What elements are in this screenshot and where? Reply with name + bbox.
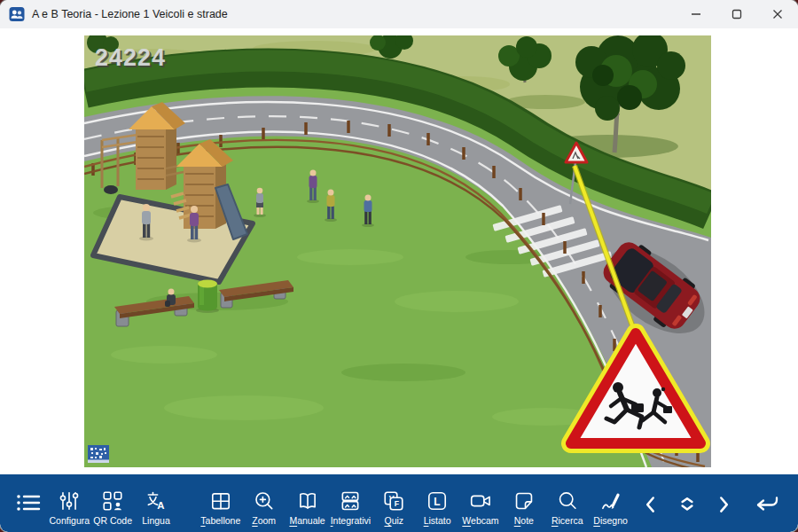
video-camera-icon xyxy=(469,489,492,512)
svg-text:L: L xyxy=(434,496,440,508)
toolbar-label: Webcam xyxy=(462,515,498,526)
svg-text:A: A xyxy=(157,500,164,511)
sliders-icon xyxy=(58,489,81,512)
return-arrow-icon xyxy=(749,491,781,516)
true-false-icon: V F xyxy=(382,489,405,512)
search-icon xyxy=(556,489,579,512)
toolbar-button-quiz[interactable]: V F Quiz xyxy=(372,474,416,532)
toolbar-label: Disegno xyxy=(593,515,628,526)
toolbar-button-configura[interactable]: Configura xyxy=(48,474,91,532)
toolbar-button-listato[interactable]: L Listato xyxy=(416,474,459,532)
photo-number: 24224 24224 xyxy=(95,44,168,73)
titlebar: A e B Teoria - Lezione 1 Veicoli e strad… xyxy=(0,0,798,28)
toolbar-label: Lingua xyxy=(142,515,170,526)
square-l-icon: L xyxy=(426,489,449,512)
toolbar-button-manuale[interactable]: Manuale xyxy=(286,474,329,532)
content-area: 24224 24224 xyxy=(0,28,798,474)
toolbar-button-qr-code[interactable]: QR Code xyxy=(91,474,135,532)
toolbar-button-disegno[interactable]: Disegno xyxy=(589,474,632,532)
toolbar-button-integrativi[interactable]: Integrativi xyxy=(329,474,372,532)
bullet-list-icon xyxy=(15,491,42,514)
svg-text:F: F xyxy=(395,499,399,508)
slide-navigation xyxy=(632,474,789,532)
pen-signature-icon xyxy=(599,489,622,512)
app-window: A e B Teoria - Lezione 1 Veicoli e strad… xyxy=(0,0,798,532)
open-book-icon xyxy=(296,489,319,512)
maximize-button[interactable] xyxy=(716,0,757,28)
return-button[interactable] xyxy=(741,474,789,532)
menu-button[interactable] xyxy=(9,474,48,532)
watermark-logo xyxy=(88,445,109,463)
toolbar-label: Manuale xyxy=(289,515,325,526)
close-icon xyxy=(772,9,783,20)
toolbar-label: Integrativi xyxy=(331,515,372,526)
chevron-left-icon xyxy=(639,492,662,515)
toolbar-button-note[interactable]: Note xyxy=(502,474,545,532)
maximize-icon xyxy=(732,9,742,20)
toolbar-label: Note xyxy=(514,515,534,526)
trash-bin xyxy=(196,280,219,314)
close-button[interactable] xyxy=(757,0,798,28)
note-icon xyxy=(512,489,536,512)
chevron-right-icon xyxy=(712,492,735,515)
window-title: A e B Teoria - Lezione 1 Veicoli e strad… xyxy=(32,8,228,20)
toolbar-label: Ricerca xyxy=(552,515,583,526)
up-down-button[interactable] xyxy=(669,474,705,532)
stacked-images-icon xyxy=(339,489,362,512)
zoom-in-icon xyxy=(253,489,276,512)
lesson-image[interactable]: 24224 24224 xyxy=(84,35,711,467)
toolbar-button-tabellone[interactable]: Tabellone xyxy=(199,474,242,532)
svg-text:24224: 24224 xyxy=(95,44,166,71)
app-people-icon xyxy=(9,6,25,22)
minimize-button[interactable] xyxy=(676,0,716,28)
toolbar-spacer xyxy=(177,474,199,532)
toolbar-button-webcam[interactable]: Webcam xyxy=(459,474,503,532)
toolbar-label: Configura xyxy=(50,515,90,526)
translate-icon: A xyxy=(145,489,168,512)
next-button[interactable] xyxy=(705,474,741,532)
toolbar-label: QR Code xyxy=(93,515,132,526)
toolbar-button-lingua[interactable]: A Lingua xyxy=(135,474,178,532)
chevron-up-down-icon xyxy=(675,491,700,516)
qr-code-icon xyxy=(101,489,124,512)
toolbar: Configura QR Code A Lingua Tabellone xyxy=(0,474,798,532)
toolbar-label: Quiz xyxy=(384,515,403,526)
toolbar-label: Listato xyxy=(424,515,451,526)
minimize-icon xyxy=(691,9,701,20)
grid-icon xyxy=(209,489,232,512)
toolbar-label: Tabellone xyxy=(200,515,240,526)
toolbar-label: Zoom xyxy=(252,515,276,526)
previous-button[interactable] xyxy=(632,474,669,532)
toolbar-button-zoom[interactable]: Zoom xyxy=(242,474,286,532)
toolbar-button-ricerca[interactable]: Ricerca xyxy=(545,474,589,532)
